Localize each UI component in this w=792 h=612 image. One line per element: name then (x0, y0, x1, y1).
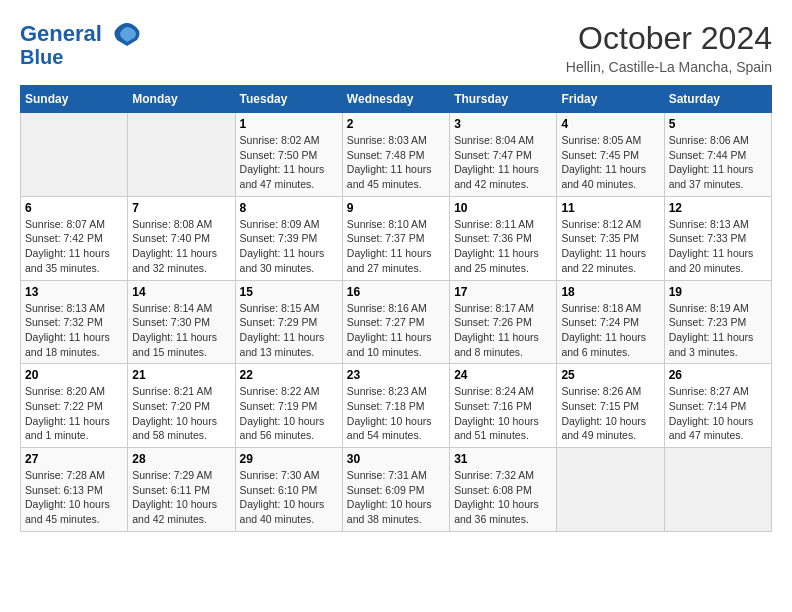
day-detail: Sunrise: 8:13 AMSunset: 7:32 PMDaylight:… (25, 301, 123, 360)
day-number: 1 (240, 117, 338, 131)
day-detail: Sunrise: 8:26 AMSunset: 7:15 PMDaylight:… (561, 384, 659, 443)
day-detail: Sunrise: 8:08 AMSunset: 7:40 PMDaylight:… (132, 217, 230, 276)
calendar-cell: 28Sunrise: 7:29 AMSunset: 6:11 PMDayligh… (128, 448, 235, 532)
day-header-friday: Friday (557, 86, 664, 113)
calendar-cell: 19Sunrise: 8:19 AMSunset: 7:23 PMDayligh… (664, 280, 771, 364)
day-number: 16 (347, 285, 445, 299)
day-detail: Sunrise: 8:16 AMSunset: 7:27 PMDaylight:… (347, 301, 445, 360)
day-number: 24 (454, 368, 552, 382)
week-row-1: 1Sunrise: 8:02 AMSunset: 7:50 PMDaylight… (21, 113, 772, 197)
day-number: 8 (240, 201, 338, 215)
calendar-body: 1Sunrise: 8:02 AMSunset: 7:50 PMDaylight… (21, 113, 772, 532)
day-detail: Sunrise: 8:09 AMSunset: 7:39 PMDaylight:… (240, 217, 338, 276)
day-detail: Sunrise: 8:06 AMSunset: 7:44 PMDaylight:… (669, 133, 767, 192)
day-header-monday: Monday (128, 86, 235, 113)
calendar-table: SundayMondayTuesdayWednesdayThursdayFrid… (20, 85, 772, 532)
day-detail: Sunrise: 8:18 AMSunset: 7:24 PMDaylight:… (561, 301, 659, 360)
calendar-cell: 16Sunrise: 8:16 AMSunset: 7:27 PMDayligh… (342, 280, 449, 364)
day-detail: Sunrise: 8:24 AMSunset: 7:16 PMDaylight:… (454, 384, 552, 443)
calendar-cell: 26Sunrise: 8:27 AMSunset: 7:14 PMDayligh… (664, 364, 771, 448)
day-detail: Sunrise: 8:19 AMSunset: 7:23 PMDaylight:… (669, 301, 767, 360)
day-detail: Sunrise: 8:23 AMSunset: 7:18 PMDaylight:… (347, 384, 445, 443)
month-title: October 2024 (566, 20, 772, 57)
calendar-cell: 24Sunrise: 8:24 AMSunset: 7:16 PMDayligh… (450, 364, 557, 448)
day-header-saturday: Saturday (664, 86, 771, 113)
header-row: SundayMondayTuesdayWednesdayThursdayFrid… (21, 86, 772, 113)
day-number: 11 (561, 201, 659, 215)
calendar-cell: 12Sunrise: 8:13 AMSunset: 7:33 PMDayligh… (664, 196, 771, 280)
day-detail: Sunrise: 8:10 AMSunset: 7:37 PMDaylight:… (347, 217, 445, 276)
day-detail: Sunrise: 8:15 AMSunset: 7:29 PMDaylight:… (240, 301, 338, 360)
calendar-cell: 25Sunrise: 8:26 AMSunset: 7:15 PMDayligh… (557, 364, 664, 448)
day-detail: Sunrise: 8:12 AMSunset: 7:35 PMDaylight:… (561, 217, 659, 276)
day-number: 18 (561, 285, 659, 299)
calendar-cell: 23Sunrise: 8:23 AMSunset: 7:18 PMDayligh… (342, 364, 449, 448)
day-detail: Sunrise: 8:14 AMSunset: 7:30 PMDaylight:… (132, 301, 230, 360)
calendar-header: SundayMondayTuesdayWednesdayThursdayFrid… (21, 86, 772, 113)
day-detail: Sunrise: 8:20 AMSunset: 7:22 PMDaylight:… (25, 384, 123, 443)
week-row-4: 20Sunrise: 8:20 AMSunset: 7:22 PMDayligh… (21, 364, 772, 448)
day-number: 5 (669, 117, 767, 131)
day-detail: Sunrise: 8:04 AMSunset: 7:47 PMDaylight:… (454, 133, 552, 192)
day-number: 31 (454, 452, 552, 466)
calendar-cell: 22Sunrise: 8:22 AMSunset: 7:19 PMDayligh… (235, 364, 342, 448)
calendar-cell (664, 448, 771, 532)
calendar-cell: 29Sunrise: 7:30 AMSunset: 6:10 PMDayligh… (235, 448, 342, 532)
day-detail: Sunrise: 8:21 AMSunset: 7:20 PMDaylight:… (132, 384, 230, 443)
day-detail: Sunrise: 8:07 AMSunset: 7:42 PMDaylight:… (25, 217, 123, 276)
day-number: 20 (25, 368, 123, 382)
day-number: 13 (25, 285, 123, 299)
calendar-cell: 5Sunrise: 8:06 AMSunset: 7:44 PMDaylight… (664, 113, 771, 197)
location-subtitle: Hellin, Castille-La Mancha, Spain (566, 59, 772, 75)
logo: General Blue (20, 20, 142, 69)
day-number: 4 (561, 117, 659, 131)
day-header-tuesday: Tuesday (235, 86, 342, 113)
page-header: General Blue October 2024 Hellin, Castil… (20, 20, 772, 75)
calendar-cell: 2Sunrise: 8:03 AMSunset: 7:48 PMDaylight… (342, 113, 449, 197)
day-number: 15 (240, 285, 338, 299)
day-number: 6 (25, 201, 123, 215)
day-number: 27 (25, 452, 123, 466)
day-detail: Sunrise: 7:31 AMSunset: 6:09 PMDaylight:… (347, 468, 445, 527)
calendar-cell: 13Sunrise: 8:13 AMSunset: 7:32 PMDayligh… (21, 280, 128, 364)
day-number: 10 (454, 201, 552, 215)
day-header-wednesday: Wednesday (342, 86, 449, 113)
calendar-cell: 31Sunrise: 7:32 AMSunset: 6:08 PMDayligh… (450, 448, 557, 532)
day-number: 17 (454, 285, 552, 299)
calendar-cell: 30Sunrise: 7:31 AMSunset: 6:09 PMDayligh… (342, 448, 449, 532)
day-number: 21 (132, 368, 230, 382)
calendar-cell: 1Sunrise: 8:02 AMSunset: 7:50 PMDaylight… (235, 113, 342, 197)
day-detail: Sunrise: 8:17 AMSunset: 7:26 PMDaylight:… (454, 301, 552, 360)
calendar-cell: 8Sunrise: 8:09 AMSunset: 7:39 PMDaylight… (235, 196, 342, 280)
calendar-cell: 20Sunrise: 8:20 AMSunset: 7:22 PMDayligh… (21, 364, 128, 448)
calendar-cell: 6Sunrise: 8:07 AMSunset: 7:42 PMDaylight… (21, 196, 128, 280)
calendar-cell: 7Sunrise: 8:08 AMSunset: 7:40 PMDaylight… (128, 196, 235, 280)
day-detail: Sunrise: 8:13 AMSunset: 7:33 PMDaylight:… (669, 217, 767, 276)
calendar-cell: 14Sunrise: 8:14 AMSunset: 7:30 PMDayligh… (128, 280, 235, 364)
calendar-cell: 4Sunrise: 8:05 AMSunset: 7:45 PMDaylight… (557, 113, 664, 197)
day-number: 19 (669, 285, 767, 299)
day-header-sunday: Sunday (21, 86, 128, 113)
day-number: 23 (347, 368, 445, 382)
day-detail: Sunrise: 8:22 AMSunset: 7:19 PMDaylight:… (240, 384, 338, 443)
day-number: 28 (132, 452, 230, 466)
day-detail: Sunrise: 8:03 AMSunset: 7:48 PMDaylight:… (347, 133, 445, 192)
calendar-cell: 17Sunrise: 8:17 AMSunset: 7:26 PMDayligh… (450, 280, 557, 364)
calendar-cell (128, 113, 235, 197)
day-header-thursday: Thursday (450, 86, 557, 113)
day-number: 9 (347, 201, 445, 215)
day-detail: Sunrise: 7:28 AMSunset: 6:13 PMDaylight:… (25, 468, 123, 527)
calendar-cell: 15Sunrise: 8:15 AMSunset: 7:29 PMDayligh… (235, 280, 342, 364)
week-row-5: 27Sunrise: 7:28 AMSunset: 6:13 PMDayligh… (21, 448, 772, 532)
day-number: 22 (240, 368, 338, 382)
calendar-cell: 9Sunrise: 8:10 AMSunset: 7:37 PMDaylight… (342, 196, 449, 280)
calendar-cell: 27Sunrise: 7:28 AMSunset: 6:13 PMDayligh… (21, 448, 128, 532)
day-number: 30 (347, 452, 445, 466)
week-row-2: 6Sunrise: 8:07 AMSunset: 7:42 PMDaylight… (21, 196, 772, 280)
day-number: 25 (561, 368, 659, 382)
day-detail: Sunrise: 8:11 AMSunset: 7:36 PMDaylight:… (454, 217, 552, 276)
day-number: 3 (454, 117, 552, 131)
day-number: 29 (240, 452, 338, 466)
day-number: 2 (347, 117, 445, 131)
day-detail: Sunrise: 7:32 AMSunset: 6:08 PMDaylight:… (454, 468, 552, 527)
